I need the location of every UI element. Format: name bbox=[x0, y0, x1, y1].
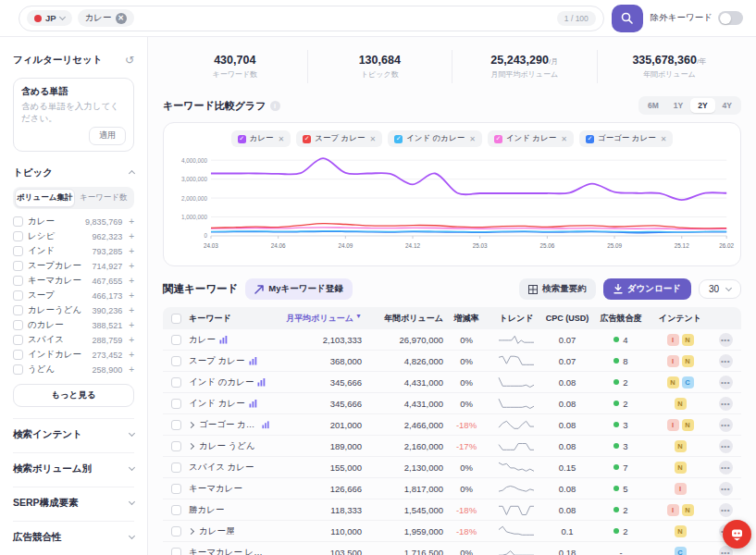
page-size-select[interactable]: 30 bbox=[699, 279, 741, 299]
add-topic-button[interactable]: + bbox=[127, 305, 134, 315]
legend-item[interactable]: ✓インド のカレー✕ bbox=[388, 130, 482, 147]
legend-remove-icon[interactable]: ✕ bbox=[369, 135, 376, 143]
show-more-button[interactable]: もっと見る bbox=[13, 384, 134, 407]
add-topic-button[interactable]: + bbox=[127, 276, 134, 286]
keyword-cell[interactable]: インド のカレー bbox=[189, 376, 269, 388]
legend-remove-icon[interactable]: ✕ bbox=[561, 135, 567, 143]
search-bar[interactable]: JP カレー ✕ 1 / 100 bbox=[19, 6, 604, 31]
col-keyword[interactable]: キーワード bbox=[189, 313, 269, 325]
keyword-cell[interactable]: スープ カレー bbox=[189, 355, 269, 367]
topic-tab[interactable]: ボリューム集計 bbox=[15, 189, 75, 207]
legend-remove-icon[interactable]: ✕ bbox=[469, 135, 476, 143]
add-topic-button[interactable]: + bbox=[127, 246, 134, 256]
col-change-rate[interactable]: 増減率 bbox=[443, 313, 490, 325]
col-cpc[interactable]: CPC (USD) bbox=[543, 314, 591, 323]
range-button-6M[interactable]: 6M bbox=[640, 98, 666, 113]
sidebar-section-SERP構成要素[interactable]: SERP構成要素 bbox=[13, 487, 134, 510]
chevron-up-icon[interactable] bbox=[129, 170, 135, 177]
download-button[interactable]: ダウンロード bbox=[603, 278, 691, 300]
add-topic-button[interactable]: + bbox=[127, 364, 134, 375]
row-checkbox[interactable] bbox=[171, 420, 181, 430]
col-ad-competition[interactable]: 広告競合度 bbox=[591, 313, 651, 325]
info-icon[interactable]: i bbox=[270, 101, 280, 111]
sidebar-section-広告競合性[interactable]: 広告競合性 bbox=[13, 521, 134, 544]
keyword-cell[interactable]: 勝カレー bbox=[189, 504, 269, 516]
include-words-input[interactable]: 含める単語を入力してください。 bbox=[21, 101, 126, 125]
topic-checkbox[interactable] bbox=[13, 335, 23, 345]
keyword-cell[interactable]: インド カレー bbox=[189, 398, 269, 410]
topic-checkbox[interactable] bbox=[13, 276, 23, 286]
legend-item[interactable]: ✓カレー✕ bbox=[231, 130, 291, 147]
add-topic-button[interactable]: + bbox=[127, 216, 134, 227]
topic-checkbox[interactable] bbox=[13, 364, 23, 375]
row-menu-button[interactable]: ••• bbox=[719, 461, 733, 475]
exclude-keyword-toggle[interactable] bbox=[718, 11, 743, 25]
keyword-cell[interactable]: カレー うどん bbox=[189, 440, 269, 452]
range-button-1Y[interactable]: 1Y bbox=[666, 98, 690, 113]
row-checkbox[interactable] bbox=[171, 462, 181, 473]
add-topic-button[interactable]: + bbox=[127, 290, 134, 301]
row-checkbox[interactable] bbox=[171, 441, 181, 451]
keyword-cell[interactable]: ゴーゴー カレー bbox=[189, 419, 269, 431]
legend-remove-icon[interactable]: ✕ bbox=[279, 135, 285, 143]
expand-icon[interactable] bbox=[188, 442, 194, 449]
add-topic-button[interactable]: + bbox=[127, 261, 134, 271]
legend-remove-icon[interactable]: ✕ bbox=[661, 135, 667, 143]
add-topic-button[interactable]: + bbox=[127, 350, 134, 360]
topic-checkbox[interactable] bbox=[13, 305, 23, 315]
keyword-cell[interactable]: キーマカレー レシピ bbox=[189, 547, 269, 555]
row-checkbox[interactable] bbox=[171, 526, 181, 536]
topic-checkbox[interactable] bbox=[13, 216, 23, 227]
keyword-chart-icon[interactable] bbox=[262, 421, 269, 429]
keyword-cell[interactable]: カレー屋 bbox=[189, 525, 269, 537]
search-button[interactable] bbox=[612, 5, 643, 32]
row-checkbox[interactable] bbox=[171, 335, 181, 345]
keyword-chart-icon[interactable] bbox=[219, 336, 228, 344]
row-checkbox[interactable] bbox=[171, 505, 181, 515]
select-all-checkbox[interactable] bbox=[171, 314, 181, 324]
range-button-4Y[interactable]: 4Y bbox=[715, 98, 739, 113]
row-menu-button[interactable]: ••• bbox=[719, 376, 733, 389]
sidebar-section-検索インテント[interactable]: 検索インテント bbox=[13, 418, 134, 441]
keyword-chart-icon[interactable] bbox=[249, 400, 257, 408]
col-yearly-volume[interactable]: 年間ボリューム bbox=[362, 313, 443, 325]
row-menu-button[interactable]: ••• bbox=[719, 439, 733, 453]
topic-checkbox[interactable] bbox=[13, 320, 23, 330]
search-volume-summary-button[interactable]: 検索量要約 bbox=[519, 278, 596, 300]
reset-icon[interactable]: ↺ bbox=[125, 54, 134, 67]
row-menu-button[interactable]: ••• bbox=[719, 354, 733, 368]
topic-tab[interactable]: キーワード数 bbox=[75, 189, 133, 207]
apply-button[interactable]: 適用 bbox=[89, 127, 126, 145]
chat-widget[interactable] bbox=[723, 520, 751, 549]
topic-checkbox[interactable] bbox=[13, 290, 23, 301]
row-menu-button[interactable]: ••• bbox=[719, 418, 733, 432]
row-checkbox[interactable] bbox=[171, 548, 181, 555]
sidebar-section-検索ボリューム別[interactable]: 検索ボリューム別 bbox=[13, 452, 134, 475]
keyword-cell[interactable]: スパイス カレー bbox=[189, 462, 269, 474]
range-button-2Y[interactable]: 2Y bbox=[690, 98, 714, 113]
legend-item[interactable]: ✓インド カレー✕ bbox=[488, 130, 574, 147]
topic-checkbox[interactable] bbox=[13, 261, 23, 271]
expand-icon[interactable] bbox=[188, 421, 194, 427]
keyword-chart-icon[interactable] bbox=[257, 378, 266, 387]
keyword-cell[interactable]: キーマカレー bbox=[189, 483, 269, 495]
my-keyword-register-button[interactable]: Myキーワード登録 bbox=[245, 278, 352, 300]
row-checkbox[interactable] bbox=[171, 377, 181, 388]
country-selector[interactable]: JP bbox=[27, 10, 72, 26]
keyword-cell[interactable]: カレー bbox=[189, 334, 269, 346]
keyword-chart-icon[interactable] bbox=[249, 357, 257, 365]
row-menu-button[interactable]: ••• bbox=[719, 503, 733, 517]
row-checkbox[interactable] bbox=[171, 356, 181, 366]
topic-checkbox[interactable] bbox=[13, 246, 23, 256]
remove-tag-icon[interactable]: ✕ bbox=[116, 13, 127, 24]
col-monthly-volume[interactable]: 月平均ボリューム▼ bbox=[269, 313, 362, 325]
add-topic-button[interactable]: + bbox=[127, 231, 134, 241]
legend-item[interactable]: ✓ゴーゴー カレー✕ bbox=[579, 130, 673, 147]
row-checkbox[interactable] bbox=[171, 484, 181, 494]
legend-item[interactable]: ✓スープ カレー✕ bbox=[296, 130, 382, 147]
row-checkbox[interactable] bbox=[171, 399, 181, 409]
add-topic-button[interactable]: + bbox=[127, 335, 134, 345]
expand-icon[interactable] bbox=[188, 527, 194, 534]
row-menu-button[interactable]: ••• bbox=[719, 482, 733, 496]
row-menu-button[interactable]: ••• bbox=[719, 333, 733, 347]
